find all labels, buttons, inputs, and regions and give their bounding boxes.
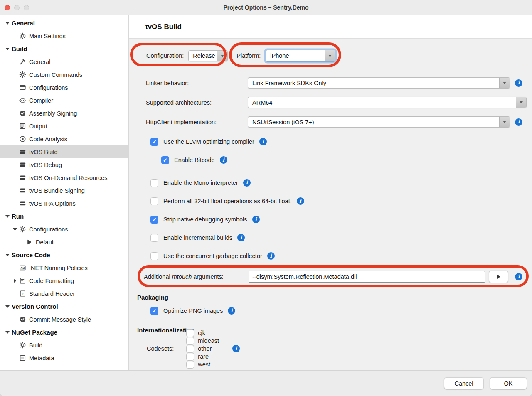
checkbox-enable-incremental-builds[interactable] xyxy=(150,234,158,242)
checkbox-cjk[interactable] xyxy=(186,329,194,337)
sidebar-item-label: Build xyxy=(12,45,27,52)
gear-icon xyxy=(19,342,26,349)
chevron-down-icon[interactable] xyxy=(516,97,526,108)
platform-dropdown[interactable]: iPhone xyxy=(266,50,335,62)
sidebar-item-commit-message-style[interactable]: Commit Message Style xyxy=(0,313,128,326)
sidebar-item-nuget-package[interactable]: NuGet Package xyxy=(0,326,128,339)
info-icon[interactable] xyxy=(515,118,522,126)
hash-doc-icon: # xyxy=(19,290,26,297)
sidebar-item-build[interactable]: Build xyxy=(0,339,128,352)
enable-the-mono-interpreter-row: Enable the Mono interpreter xyxy=(150,177,527,189)
disclosure-down-icon[interactable] xyxy=(11,228,19,231)
sidebar-item-default[interactable]: Default xyxy=(0,236,128,248)
sidebar-item-label: Default xyxy=(36,239,55,246)
checkbox-enable-the-mono-interpreter[interactable] xyxy=(150,179,158,187)
linker-behavior-dropdown[interactable]: Link Framework SDKs Only xyxy=(248,77,510,89)
checkbox-west[interactable] xyxy=(186,361,194,369)
info-icon[interactable] xyxy=(515,273,522,280)
disclosure-right-icon[interactable] xyxy=(11,279,19,283)
checkbox-perform-all-32-bit-float-operations-as-64-bit-float[interactable] xyxy=(150,197,158,205)
sidebar-item-label: .NET Naming Policies xyxy=(29,265,88,271)
zoom-button[interactable] xyxy=(24,5,29,10)
tv-stack-icon xyxy=(19,187,26,194)
configuration-value: Release xyxy=(189,52,217,59)
sidebar-item-general[interactable]: General xyxy=(0,55,128,68)
info-icon[interactable] xyxy=(232,345,240,352)
checkbox-mideast[interactable] xyxy=(186,337,194,345)
window-title: Project Options – Sentry.Demo xyxy=(223,4,308,11)
codeset-label: west xyxy=(198,361,210,368)
sidebar-item-source-code[interactable]: Source Code xyxy=(0,248,128,261)
sidebar-item-version-control[interactable]: Version Control xyxy=(0,300,128,313)
titlebar: Project Options – Sentry.Demo xyxy=(0,0,532,15)
checkbox-use-the-llvm-optimizing-compiler[interactable] xyxy=(150,138,158,146)
sidebar-item-code-formatting[interactable]: Code Formatting xyxy=(0,274,128,287)
sidebar-item-tvos-ipa-options[interactable]: tvOS IPA Options xyxy=(0,197,128,210)
httpclient-implementation-dropdown[interactable]: NSUrlSession (iOS 7+) xyxy=(248,116,510,128)
checkbox-use-the-concurrent-garbage-collector[interactable] xyxy=(150,252,158,260)
sidebar-item-label: Configurations xyxy=(29,226,68,233)
checkbox-enable-bitcode[interactable] xyxy=(161,156,169,164)
info-icon[interactable] xyxy=(220,156,227,164)
checkbox-label: Enable Bitcode xyxy=(174,157,215,163)
sidebar-item-code-analysis[interactable]: Code Analysis xyxy=(0,133,128,145)
chevron-down-icon[interactable] xyxy=(499,78,510,88)
sidebar-item-tvos-on-demand-resources[interactable]: tvOS On-Demand Resources xyxy=(0,171,128,184)
sidebar-item-tvos-debug[interactable]: tvOS Debug xyxy=(0,158,128,171)
tv-stack-icon xyxy=(19,200,26,207)
gear-icon xyxy=(19,226,26,233)
checkbox-rare[interactable] xyxy=(186,353,194,361)
sidebar-item-configurations[interactable]: Configurations xyxy=(0,81,128,94)
supported-architectures-dropdown[interactable]: ARM64 xyxy=(248,97,527,108)
ok-button[interactable]: OK xyxy=(490,377,527,389)
sidebar-item-output[interactable]: Output xyxy=(0,120,128,133)
disclosure-down-icon[interactable] xyxy=(3,331,12,334)
info-icon[interactable] xyxy=(259,138,267,145)
info-icon[interactable] xyxy=(267,252,275,260)
sidebar-item-custom-commands[interactable]: Custom Commands xyxy=(0,68,128,81)
sidebar-item-run[interactable]: Run xyxy=(0,210,128,223)
sidebar-item-label: Custom Commands xyxy=(29,71,82,78)
sidebar-item-net-naming-policies[interactable]: AB.NET Naming Policies xyxy=(0,261,128,274)
seal-check-icon xyxy=(19,110,26,117)
chevron-down-icon[interactable] xyxy=(217,51,227,61)
codeset-west: west xyxy=(186,361,219,369)
disclosure-down-icon[interactable] xyxy=(3,22,12,25)
cancel-button[interactable]: Cancel xyxy=(444,377,484,389)
chevron-down-icon[interactable] xyxy=(325,50,335,61)
configuration-dropdown[interactable]: Release xyxy=(188,50,228,61)
disclosure-down-icon[interactable] xyxy=(3,254,12,256)
sidebar-item-general[interactable]: General xyxy=(0,17,128,30)
checkbox-label: Enable the Mono interpreter xyxy=(163,180,238,186)
close-button[interactable] xyxy=(5,5,10,10)
disclosure-down-icon[interactable] xyxy=(3,48,12,50)
sidebar-item-compiler[interactable]: Compiler xyxy=(0,94,128,107)
info-icon[interactable] xyxy=(297,197,304,205)
sidebar-item-standard-header[interactable]: #Standard Header xyxy=(0,287,128,300)
sidebar-item-build[interactable]: Build xyxy=(0,42,128,55)
info-icon[interactable] xyxy=(252,216,260,223)
disclosure-down-icon[interactable] xyxy=(3,305,12,308)
chevron-down-icon[interactable] xyxy=(499,117,510,127)
sidebar-item-configurations[interactable]: Configurations xyxy=(0,223,128,236)
checkbox-strip-native-debugging-symbols[interactable] xyxy=(150,216,158,224)
disclosure-down-icon[interactable] xyxy=(3,215,12,218)
info-icon[interactable] xyxy=(228,307,235,315)
minimize-button[interactable] xyxy=(14,5,20,10)
sidebar-item-assembly-signing[interactable]: Assembly Signing xyxy=(0,107,128,120)
tv-stack-icon xyxy=(19,174,26,181)
info-icon[interactable] xyxy=(515,79,522,87)
checkbox-optimize-png-images[interactable] xyxy=(150,307,158,315)
sidebar-item-tvos-bundle-signing[interactable]: tvOS Bundle Signing xyxy=(0,184,128,197)
info-icon[interactable] xyxy=(243,179,251,187)
sidebar-item-tvos-build[interactable]: tvOS Build xyxy=(0,145,128,158)
checkbox-other[interactable] xyxy=(186,345,194,353)
sidebar-item-main-settings[interactable]: Main Settings xyxy=(0,30,128,42)
checkbox-rows: Use the LLVM optimizing compilerEnable B… xyxy=(136,136,527,262)
checkbox-label: Perform all 32-bit float operations as 6… xyxy=(163,198,292,204)
sidebar-item-metadata[interactable]: Metadata xyxy=(0,352,128,364)
info-icon[interactable] xyxy=(237,234,245,241)
expand-arguments-button[interactable] xyxy=(489,271,508,283)
svg-text:#: # xyxy=(22,292,24,296)
mtouch-arguments-input[interactable] xyxy=(249,271,485,283)
